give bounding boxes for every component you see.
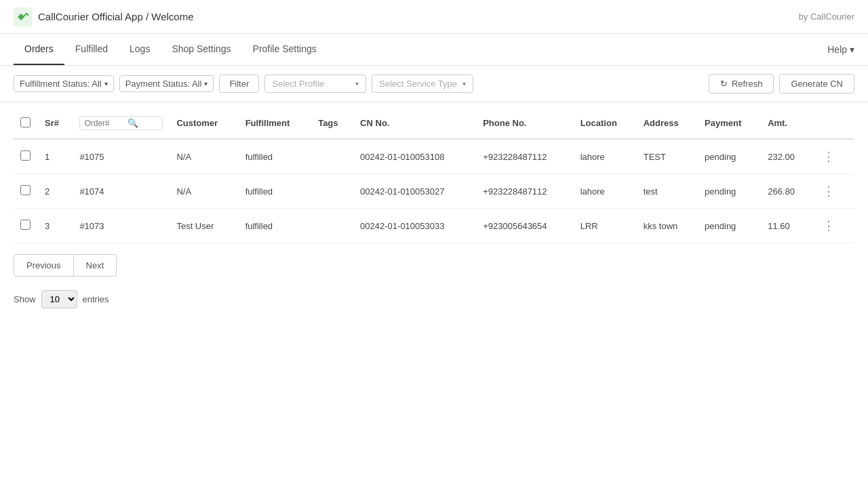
row-address: kks town: [637, 209, 698, 243]
row-amount: 232.00: [761, 139, 812, 174]
row-tags: [311, 174, 353, 209]
order-search-input[interactable]: [84, 119, 125, 128]
fulfillment-status-filter[interactable]: Fulfillment Status: All ▾: [14, 75, 114, 92]
app-title: CallCourier Official App / Welcome: [38, 11, 194, 22]
row-actions-cell: ⋮: [812, 209, 854, 243]
show-label: Show: [14, 294, 36, 304]
tab-orders[interactable]: Orders: [14, 34, 64, 65]
row-location: lahore: [574, 139, 637, 174]
nav: Orders Fulfilled Logs Shop Settings Prof…: [0, 34, 868, 66]
col-order: 🔍: [73, 108, 170, 139]
row-sr: 2: [38, 174, 73, 209]
select-profile-placeholder: Select Profile: [272, 79, 324, 89]
order-search-box[interactable]: 🔍: [79, 116, 163, 130]
row-payment: pending: [698, 139, 761, 174]
toolbar: Fulfillment Status: All ▾ Payment Status…: [0, 66, 868, 102]
row-fulfillment: fulfilled: [239, 139, 312, 174]
entries-label: entries: [83, 294, 109, 304]
row-payment: pending: [698, 174, 761, 209]
chevron-down-icon: ▾: [462, 80, 466, 87]
table-row: 3 #1073 Test User fulfilled 00242-01-010…: [14, 209, 854, 243]
show-entries: Show 10 25 50 entries: [0, 287, 868, 311]
tab-shop-settings[interactable]: Shop Settings: [161, 34, 241, 65]
header: CallCourier Official App / Welcome by Ca…: [0, 0, 868, 34]
tab-profile-settings[interactable]: Profile Settings: [242, 34, 328, 65]
col-payment: Payment: [698, 108, 761, 139]
nav-tabs: Orders Fulfilled Logs Shop Settings Prof…: [14, 34, 328, 65]
fulfillment-status-label: Fulfillment Status: All: [20, 79, 102, 89]
col-fulfillment: Fulfillment: [239, 108, 312, 139]
col-sr: Sr#: [38, 108, 73, 139]
row-address: TEST: [637, 139, 698, 174]
chevron-down-icon: ▾: [355, 80, 359, 87]
orders-table: Sr# 🔍 Customer Fulfillment Tags CN No. P…: [14, 108, 854, 243]
row-tags: [311, 209, 353, 243]
logo-icon: [14, 7, 33, 26]
col-cn-no: CN No.: [353, 108, 476, 139]
row-address: test: [637, 174, 698, 209]
row-customer: N/A: [170, 139, 238, 174]
previous-button[interactable]: Previous: [14, 254, 74, 277]
chevron-down-icon: ▾: [104, 80, 108, 87]
row-phone: +923228487112: [476, 174, 573, 209]
tab-logs[interactable]: Logs: [119, 34, 161, 65]
row-phone: +923228487112: [476, 139, 573, 174]
col-address: Address: [637, 108, 698, 139]
table-header-row: Sr# 🔍 Customer Fulfillment Tags CN No. P…: [14, 108, 854, 139]
row-actions-cell: ⋮: [812, 139, 854, 174]
row-checkbox-cell: [14, 174, 38, 209]
entries-select[interactable]: 10 25 50: [41, 290, 77, 308]
row-amount: 266.80: [761, 174, 812, 209]
row-cn-no: 00242-01-010053033: [353, 209, 476, 243]
col-actions: [812, 108, 854, 139]
col-phone: Phone No.: [476, 108, 573, 139]
row-customer: Test User: [170, 209, 238, 243]
row-actions-button[interactable]: ⋮: [818, 148, 839, 165]
select-profile-dropdown[interactable]: Select Profile ▾: [264, 75, 366, 93]
row-actions-cell: ⋮: [812, 174, 854, 209]
row-actions-button[interactable]: ⋮: [818, 217, 839, 235]
chevron-down-icon: ▾: [204, 80, 208, 87]
select-all-checkbox[interactable]: [20, 117, 31, 127]
generate-cn-button[interactable]: Generate CN: [779, 74, 854, 94]
row-location: lahore: [574, 174, 637, 209]
tab-fulfilled[interactable]: Fulfilled: [64, 34, 119, 65]
orders-table-container: Sr# 🔍 Customer Fulfillment Tags CN No. P…: [0, 108, 868, 243]
next-button[interactable]: Next: [74, 254, 117, 277]
table-row: 2 #1074 N/A fulfilled 00242-01-010053027…: [14, 174, 854, 209]
col-customer: Customer: [170, 108, 238, 139]
pagination: Previous Next: [0, 243, 868, 287]
refresh-label: Refresh: [732, 79, 763, 89]
row-actions-button[interactable]: ⋮: [818, 182, 839, 200]
header-left: CallCourier Official App / Welcome: [14, 7, 194, 26]
search-icon: 🔍: [127, 118, 138, 128]
table-row: 1 #1075 N/A fulfilled 00242-01-010053108…: [14, 139, 854, 174]
row-customer: N/A: [170, 174, 238, 209]
row-tags: [311, 139, 353, 174]
help-menu[interactable]: Help ▾: [827, 35, 854, 64]
payment-status-filter[interactable]: Payment Status: All ▾: [119, 75, 214, 92]
row-order: #1075: [73, 139, 170, 174]
row-phone: +923005643654: [476, 209, 573, 243]
col-amount: Amt.: [761, 108, 812, 139]
row-fulfillment: fulfilled: [239, 209, 312, 243]
chevron-down-icon: ▾: [850, 44, 854, 55]
row-checkbox-cell: [14, 139, 38, 174]
row-order: #1073: [73, 209, 170, 243]
select-service-dropdown[interactable]: Select Service Type ▾: [372, 75, 473, 93]
col-location: Location: [574, 108, 637, 139]
row-payment: pending: [698, 209, 761, 243]
row-checkbox[interactable]: [20, 220, 31, 230]
refresh-icon: ↻: [720, 79, 728, 89]
row-order: #1074: [73, 174, 170, 209]
payment-status-label: Payment Status: All: [125, 79, 202, 89]
help-label: Help: [827, 44, 847, 55]
row-checkbox-cell: [14, 209, 38, 243]
filter-button[interactable]: Filter: [219, 75, 259, 93]
refresh-button[interactable]: ↻ Refresh: [709, 74, 774, 94]
row-cn-no: 00242-01-010053108: [353, 139, 476, 174]
col-tags: Tags: [311, 108, 353, 139]
row-fulfillment: fulfilled: [239, 174, 312, 209]
row-checkbox[interactable]: [20, 185, 31, 195]
row-checkbox[interactable]: [20, 150, 31, 161]
